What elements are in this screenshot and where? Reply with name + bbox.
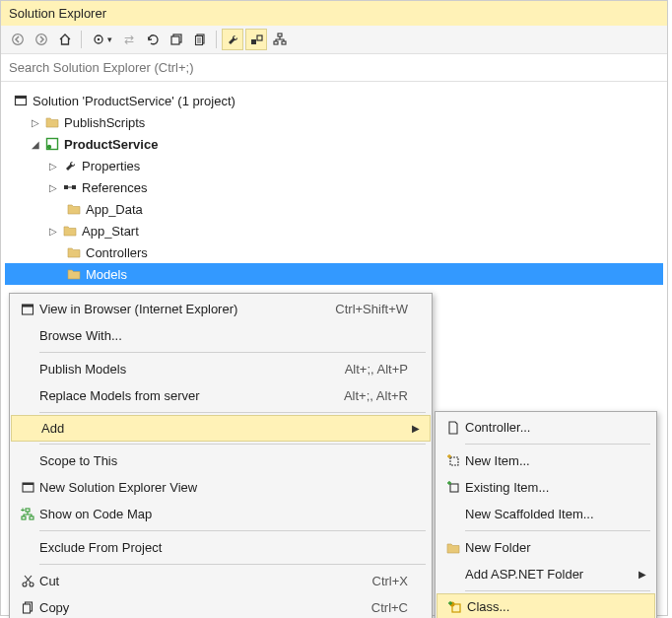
svg-point-0 — [13, 34, 24, 45]
tree-node-appdata[interactable]: App_Data — [5, 198, 663, 220]
menu-label: Controller... — [465, 420, 646, 435]
nav-forward-button[interactable] — [31, 29, 52, 50]
view-class-diagram-button[interactable] — [269, 29, 291, 50]
tree-node-publishscripts[interactable]: ▷ PublishScripts — [5, 111, 663, 133]
menu-separator — [39, 352, 426, 353]
menu-item-view-in-browser[interactable]: View in Browser (Internet Explorer) Ctrl… — [10, 296, 432, 322]
menu-shortcut: Alt+;, Alt+R — [344, 388, 412, 403]
show-all-files-button[interactable] — [189, 29, 211, 50]
menu-label: New Scaffolded Item... — [465, 507, 646, 521]
cycle-icon — [145, 32, 161, 47]
menu-item-copy[interactable]: Copy Ctrl+C — [10, 594, 432, 618]
toolbar-separator — [81, 31, 82, 48]
properties-button[interactable] — [222, 29, 243, 50]
home-icon — [57, 32, 73, 47]
menu-label: New Folder — [465, 540, 646, 555]
arrow-right-icon — [34, 32, 49, 47]
window-icon — [16, 481, 39, 494]
cut-icon — [16, 575, 39, 587]
svg-rect-21 — [23, 305, 34, 308]
tree-node-models[interactable]: Models — [5, 263, 663, 285]
menu-separator — [39, 530, 426, 531]
menu-label: Add — [41, 421, 410, 436]
menu-item-controller[interactable]: Controller... — [436, 414, 656, 441]
home-button[interactable] — [54, 29, 76, 50]
svg-rect-8 — [251, 39, 256, 44]
existing-item-icon — [441, 481, 465, 494]
context-menu: View in Browser (Internet Explorer) Ctrl… — [9, 293, 433, 618]
svg-rect-24 — [26, 509, 30, 512]
menu-item-replace-models[interactable]: Replace Models from server Alt+;, Alt+R — [10, 382, 432, 409]
search-input-container — [1, 54, 667, 82]
svg-rect-26 — [30, 516, 34, 519]
menu-item-existing-item[interactable]: Existing Item... — [436, 474, 656, 501]
tree-node-appstart[interactable]: ▷ App_Start — [5, 220, 663, 241]
svg-rect-25 — [22, 516, 26, 519]
svg-rect-12 — [282, 41, 286, 44]
menu-label: Publish Models — [39, 362, 345, 377]
menu-shortcut: Alt+;, Alt+P — [345, 362, 412, 377]
svg-point-28 — [23, 583, 27, 586]
menu-separator — [465, 530, 650, 531]
collapse-all-button[interactable] — [166, 29, 187, 50]
menu-label: New Item... — [465, 453, 646, 468]
svg-rect-33 — [450, 484, 458, 492]
tree-node-solution[interactable]: Solution 'ProductService' (1 project) — [5, 90, 663, 111]
toolbar-separator — [216, 31, 217, 48]
menu-item-scope-to-this[interactable]: Scope to This — [10, 447, 432, 474]
menu-item-new-folder[interactable]: New Folder — [436, 534, 656, 561]
stack-icon — [168, 32, 184, 47]
menu-label: Replace Models from server — [39, 388, 344, 403]
svg-point-16 — [47, 145, 51, 149]
menu-item-new-scaffolded-item[interactable]: New Scaffolded Item... — [436, 501, 656, 527]
menu-item-cut[interactable]: Cut Ctrl+X — [10, 568, 432, 594]
tree-node-references[interactable]: ▷ References — [5, 176, 663, 198]
tree-label: Controllers — [86, 245, 148, 260]
pending-changes-button[interactable]: ▾ — [87, 29, 116, 50]
pane-title: Solution Explorer — [1, 1, 667, 26]
menu-separator — [39, 564, 426, 565]
menu-label: Exclude From Project — [39, 540, 412, 555]
menu-shortcut: Ctrl+C — [371, 600, 412, 615]
menu-item-new-item[interactable]: New Item... — [436, 447, 656, 474]
svg-rect-19 — [68, 187, 72, 188]
toolbar: ▾ ⇄ — [1, 26, 667, 54]
menu-item-add[interactable]: Add ▶ — [11, 415, 431, 442]
files-icon — [192, 32, 208, 47]
tree-node-project[interactable]: ◢ ProductService — [5, 133, 663, 155]
menu-label: New Solution Explorer View — [39, 480, 412, 495]
menu-item-show-on-code-map[interactable]: + Show on Code Map — [10, 501, 432, 527]
tree-label: Models — [86, 267, 127, 282]
menu-item-publish-models[interactable]: Publish Models Alt+;, Alt+P — [10, 356, 432, 382]
menu-label: Add ASP.NET Folder — [465, 567, 637, 582]
browser-icon — [16, 303, 39, 316]
nav-back-button[interactable] — [7, 29, 29, 50]
sync-button[interactable]: ⇄ — [118, 29, 140, 50]
menu-item-class[interactable]: Class... — [437, 593, 655, 618]
context-submenu-add: Controller... New Item... Existing Item.… — [435, 411, 657, 618]
caret-down-icon: ◢ — [31, 139, 40, 150]
search-input[interactable] — [1, 54, 667, 81]
tree-node-properties[interactable]: ▷ Properties — [5, 155, 663, 176]
refresh-button[interactable] — [142, 29, 164, 50]
chevron-down-icon: ▾ — [107, 34, 112, 44]
menu-label: Browse With... — [39, 328, 412, 343]
chevron-right-icon: ▶ — [410, 423, 420, 434]
folder-icon — [62, 223, 78, 239]
svg-text:+: + — [21, 508, 25, 514]
svg-rect-32 — [450, 457, 458, 465]
chevron-right-icon: ▶ — [637, 569, 646, 580]
tree-label: References — [82, 180, 147, 195]
svg-rect-31 — [23, 604, 30, 613]
tree-label: App_Start — [82, 224, 139, 239]
menu-item-browse-with[interactable]: Browse With... — [10, 322, 432, 349]
menu-item-exclude-from-project[interactable]: Exclude From Project — [10, 534, 432, 561]
preview-button[interactable] — [245, 29, 267, 50]
menu-item-aspnet-folder[interactable]: Add ASP.NET Folder ▶ — [436, 561, 656, 587]
tree-node-controllers[interactable]: Controllers — [5, 241, 663, 263]
menu-shortcut: Ctrl+X — [372, 574, 412, 588]
arrow-left-icon — [10, 32, 26, 47]
folder-icon — [44, 114, 60, 130]
diagram-icon — [272, 32, 288, 47]
menu-item-new-solution-view[interactable]: New Solution Explorer View — [10, 474, 432, 501]
